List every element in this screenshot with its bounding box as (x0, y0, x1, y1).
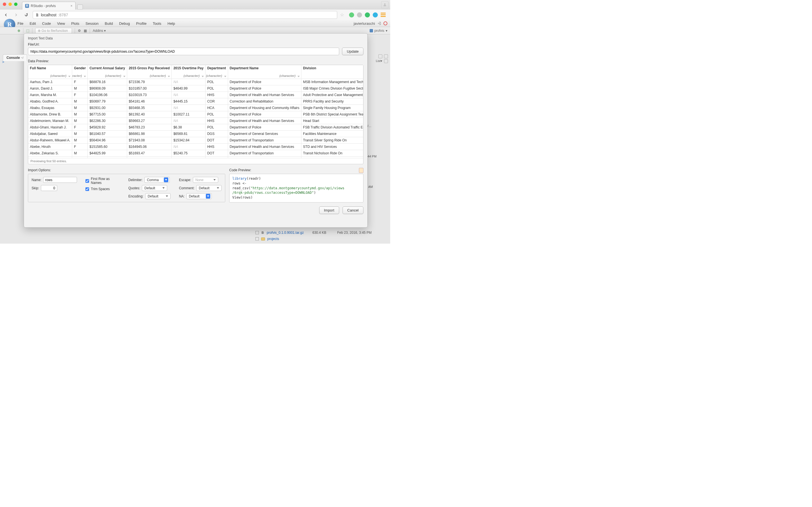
browser-tab[interactable]: R RStudio - profvis × (22, 2, 75, 10)
back-button[interactable] (2, 11, 10, 18)
table-cell: Correction and Rehabilitation (228, 98, 301, 105)
reload-button[interactable] (22, 11, 30, 18)
skip-input[interactable] (41, 185, 57, 191)
chrome-profile-icon[interactable] (381, 1, 389, 8)
menu-debug[interactable]: Debug (119, 21, 130, 25)
menu-session[interactable]: Session (86, 21, 98, 25)
name-label: Name: (32, 178, 42, 182)
close-tab-icon[interactable]: × (70, 4, 72, 8)
extension-icon-2[interactable] (357, 12, 362, 17)
cancel-button[interactable]: Cancel (343, 207, 363, 214)
table-cell: $46783.23 (127, 124, 171, 130)
menu-plots[interactable]: Plots (71, 21, 79, 25)
table-cell: $10027.11 (172, 111, 206, 117)
code-preview[interactable]: library(readr) rows <- read_csv("https:/… (229, 174, 363, 203)
table-cell: $101857.00 (127, 85, 171, 92)
checkbox[interactable] (255, 231, 259, 234)
table-cell: PRRS Facility and Security (301, 98, 363, 105)
table-cell: $51693.47 (127, 150, 171, 156)
update-button[interactable]: Update (342, 48, 363, 55)
window-controls[interactable] (3, 3, 17, 6)
table-row: Abbamonte, Drew B.M$67715.00$81392.40$10… (28, 111, 363, 117)
column-header[interactable]: 2015 Gross Pay Received(character) (127, 65, 171, 78)
trim-spaces-checkbox[interactable]: Trim Spaces (86, 187, 120, 191)
pane-max-icon[interactable] (384, 54, 388, 58)
new-tab-button[interactable] (77, 4, 83, 10)
signout-icon[interactable] (377, 21, 381, 25)
menu-edit[interactable]: Edit (30, 21, 36, 25)
comment-select[interactable]: Default (196, 185, 221, 191)
menu-view[interactable]: View (57, 21, 65, 25)
import-button[interactable]: Import (319, 207, 339, 214)
minimize-window-icon[interactable] (8, 3, 12, 6)
maximize-window-icon[interactable] (14, 3, 17, 6)
column-header[interactable]: 2015 Overtime Pay(character) (172, 65, 206, 78)
column-header[interactable]: Department(character) (205, 65, 228, 78)
table-row: Abebe, Zekarias S.M$44825.99$51693.47$52… (28, 150, 363, 156)
address-bar[interactable]: localhost:8787 (33, 11, 337, 19)
column-header[interactable]: Division(character) (301, 65, 363, 78)
table-cell: NA (172, 144, 206, 150)
console-tab[interactable]: Console ~/ (3, 54, 27, 61)
delimiter-select[interactable]: Comma (144, 177, 170, 183)
table-cell: Ababio, Godfred A. (28, 98, 72, 105)
table-cell: Abdur-Raheem, Mikaeel A. (28, 137, 72, 144)
table-cell: HHS (205, 144, 228, 150)
column-header[interactable]: Department Name(character) (228, 65, 301, 78)
encoding-select[interactable]: Default (145, 193, 170, 199)
extension-icon-1[interactable] (349, 12, 354, 17)
url-port: :8787 (58, 13, 68, 17)
na-label: NA: (179, 194, 185, 198)
table-cell: $4445.15 (172, 98, 206, 105)
chrome-menu-icon[interactable] (380, 13, 386, 17)
file-name[interactable]: projects (267, 237, 279, 241)
table-row: Abdul-Ghani, Hasinah J.F$45828.92$46783.… (28, 124, 363, 130)
addins-menu[interactable]: Addins ▾ (93, 29, 106, 33)
close-window-icon[interactable] (3, 3, 6, 6)
escape-select[interactable]: None (193, 177, 218, 183)
menu-file[interactable]: File (17, 21, 23, 25)
table-cell: MSB Information Management and Technolog… (301, 78, 363, 85)
table-cell: DOT (205, 150, 228, 156)
power-icon[interactable] (384, 21, 388, 25)
table-cell: F (72, 144, 88, 150)
refresh-icon[interactable] (384, 59, 388, 63)
name-input[interactable] (43, 177, 77, 183)
na-select[interactable]: Default (186, 193, 212, 199)
table-cell: $72336.79 (127, 78, 171, 85)
column-header[interactable]: Current Annual Salary(character) (88, 65, 127, 78)
file-name[interactable]: profvis_0.1.0.9001.tar.gz (267, 231, 304, 235)
file-row[interactable]: 🗎 profvis_0.1.0.9001.tar.gz 630.4 KB Feb… (255, 230, 388, 236)
table-cell: POL (205, 85, 228, 92)
menu-tools[interactable]: Tools (153, 21, 161, 25)
table-cell: HCA (205, 105, 228, 111)
column-header[interactable]: Gender(character) (72, 65, 88, 78)
file-row[interactable]: projects (255, 236, 388, 242)
file-url-input[interactable] (28, 48, 339, 55)
pane-min-icon[interactable] (378, 54, 382, 58)
column-header[interactable]: Full Name(character) (28, 65, 72, 78)
menu-profile[interactable]: Profile (136, 21, 147, 25)
table-cell: Abebe, Zekarias S. (28, 150, 72, 156)
table-cell: Abbamonte, Drew B. (28, 111, 72, 117)
table-cell: M (72, 105, 88, 111)
menu-build[interactable]: Build (105, 21, 113, 25)
first-row-checkbox[interactable]: First Row as Names (86, 177, 120, 185)
project-selector[interactable]: profvis ▾ (370, 29, 388, 33)
extension-icon-4[interactable] (373, 12, 378, 17)
table-cell: Single Family Housing Program (301, 105, 363, 111)
clipboard-icon[interactable] (359, 168, 363, 173)
list-toggle[interactable]: List▾ (376, 59, 382, 63)
code-preview-label: Code Preview: (229, 168, 251, 172)
bookmark-icon[interactable]: ☆ (340, 12, 344, 17)
table-cell: $44825.99 (88, 150, 127, 156)
checkbox[interactable] (255, 237, 259, 240)
forward-button[interactable] (12, 11, 20, 18)
go-to-file-input[interactable]: ⊕ Go to file/function (35, 28, 72, 34)
extension-icon-3[interactable] (365, 12, 370, 17)
table-cell: Department of Housing and Community Affa… (228, 105, 301, 111)
table-cell: $96908.09 (88, 85, 127, 92)
menu-help[interactable]: Help (167, 21, 175, 25)
menu-code[interactable]: Code (42, 21, 51, 25)
quotes-select[interactable]: Default (142, 185, 167, 191)
